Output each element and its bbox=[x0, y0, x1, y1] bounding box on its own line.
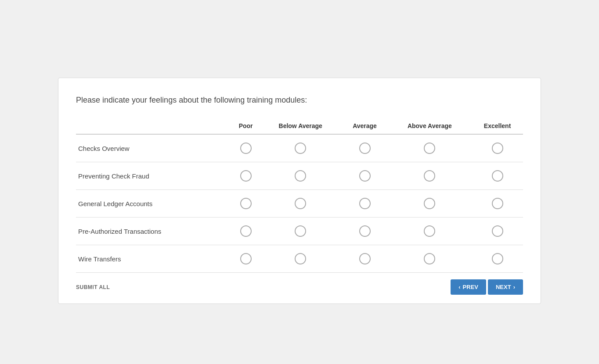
radio-button-row4-col2[interactable] bbox=[359, 253, 371, 264]
radio-cell-1-3 bbox=[388, 162, 472, 190]
radio-button-row2-col0[interactable] bbox=[240, 198, 252, 209]
row-label: Wire Transfers bbox=[76, 245, 232, 273]
table-row: Checks Overview bbox=[76, 134, 523, 162]
prev-button[interactable]: ‹ PREV bbox=[451, 279, 486, 295]
radio-cell-3-1 bbox=[259, 218, 342, 245]
radio-button-row4-col0[interactable] bbox=[240, 253, 252, 264]
radio-cell-1-1 bbox=[259, 162, 342, 190]
submit-all-button[interactable]: SUBMIT ALL bbox=[76, 284, 110, 290]
radio-button-row2-col3[interactable] bbox=[424, 198, 435, 209]
radio-button-row1-col4[interactable] bbox=[492, 170, 503, 182]
radio-button-row2-col4[interactable] bbox=[492, 198, 503, 209]
next-button[interactable]: NEXT › bbox=[488, 279, 523, 295]
rating-table: Poor Below Average Average Above Average… bbox=[76, 118, 523, 273]
table-row: Pre-Authorized Transactions bbox=[76, 218, 523, 245]
radio-button-row0-col0[interactable] bbox=[240, 143, 252, 154]
radio-cell-0-2 bbox=[342, 134, 388, 162]
radio-cell-4-0 bbox=[232, 245, 259, 273]
radio-cell-4-3 bbox=[388, 245, 472, 273]
col-header-average: Average bbox=[342, 118, 388, 134]
col-header-excellent: Excellent bbox=[472, 118, 523, 134]
radio-cell-4-1 bbox=[259, 245, 342, 273]
row-label: Checks Overview bbox=[76, 134, 232, 162]
radio-cell-3-4 bbox=[472, 218, 523, 245]
next-arrow-icon: › bbox=[513, 284, 515, 290]
radio-cell-1-0 bbox=[232, 162, 259, 190]
radio-button-row0-col4[interactable] bbox=[492, 143, 503, 154]
radio-cell-2-3 bbox=[388, 190, 472, 218]
radio-button-row0-col2[interactable] bbox=[359, 143, 371, 154]
prev-arrow-icon: ‹ bbox=[458, 284, 460, 290]
radio-button-row3-col1[interactable] bbox=[295, 225, 306, 237]
table-row: Preventing Check Fraud bbox=[76, 162, 523, 190]
radio-button-row4-col1[interactable] bbox=[295, 253, 306, 264]
row-label: Pre-Authorized Transactions bbox=[76, 218, 232, 245]
radio-cell-2-2 bbox=[342, 190, 388, 218]
radio-cell-3-2 bbox=[342, 218, 388, 245]
radio-cell-4-4 bbox=[472, 245, 523, 273]
radio-button-row2-col2[interactable] bbox=[359, 198, 371, 209]
col-header-poor: Poor bbox=[232, 118, 259, 134]
col-header-above-average: Above Average bbox=[388, 118, 472, 134]
table-row: General Ledger Accounts bbox=[76, 190, 523, 218]
radio-cell-1-2 bbox=[342, 162, 388, 190]
page-container: Please indicate your feelings about the … bbox=[9, 9, 590, 364]
table-row: Wire Transfers bbox=[76, 245, 523, 273]
radio-button-row3-col0[interactable] bbox=[240, 225, 252, 237]
col-header-below-average: Below Average bbox=[259, 118, 342, 134]
radio-button-row0-col3[interactable] bbox=[424, 143, 435, 154]
next-label: NEXT bbox=[496, 284, 511, 290]
col-header-module bbox=[76, 118, 232, 134]
radio-cell-3-3 bbox=[388, 218, 472, 245]
prev-label: PREV bbox=[463, 284, 478, 290]
radio-cell-0-3 bbox=[388, 134, 472, 162]
radio-button-row1-col2[interactable] bbox=[359, 170, 371, 182]
radio-cell-3-0 bbox=[232, 218, 259, 245]
radio-button-row1-col0[interactable] bbox=[240, 170, 252, 182]
radio-button-row4-col4[interactable] bbox=[492, 253, 503, 264]
radio-cell-2-0 bbox=[232, 190, 259, 218]
radio-cell-0-4 bbox=[472, 134, 523, 162]
footer: SUBMIT ALL ‹ PREV NEXT › bbox=[76, 279, 523, 295]
radio-cell-0-1 bbox=[259, 134, 342, 162]
radio-button-row1-col3[interactable] bbox=[424, 170, 435, 182]
radio-button-row4-col3[interactable] bbox=[424, 253, 435, 264]
radio-cell-4-2 bbox=[342, 245, 388, 273]
row-label: Preventing Check Fraud bbox=[76, 162, 232, 190]
radio-button-row3-col3[interactable] bbox=[424, 225, 435, 237]
radio-button-row0-col1[interactable] bbox=[295, 143, 306, 154]
nav-buttons: ‹ PREV NEXT › bbox=[451, 279, 523, 295]
question-title: Please indicate your feelings about the … bbox=[76, 96, 523, 105]
row-label: General Ledger Accounts bbox=[76, 190, 232, 218]
radio-button-row1-col1[interactable] bbox=[295, 170, 306, 182]
radio-cell-2-1 bbox=[259, 190, 342, 218]
radio-button-row3-col2[interactable] bbox=[359, 225, 371, 237]
table-header-row: Poor Below Average Average Above Average… bbox=[76, 118, 523, 134]
radio-cell-0-0 bbox=[232, 134, 259, 162]
radio-cell-2-4 bbox=[472, 190, 523, 218]
radio-cell-1-4 bbox=[472, 162, 523, 190]
radio-button-row3-col4[interactable] bbox=[492, 225, 503, 237]
survey-card: Please indicate your feelings about the … bbox=[58, 78, 541, 304]
radio-button-row2-col1[interactable] bbox=[295, 198, 306, 209]
